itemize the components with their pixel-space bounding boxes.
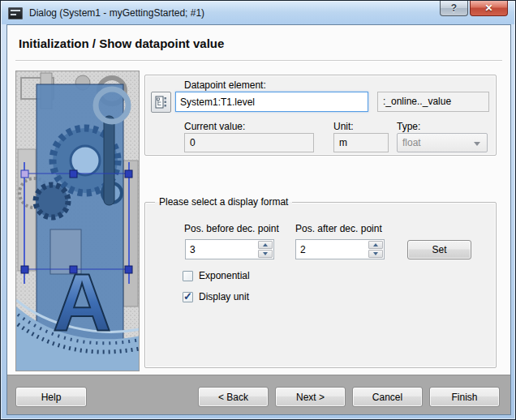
datapoint-element-label: Datapoint element: xyxy=(184,79,266,91)
type-dropdown[interactable]: float xyxy=(397,133,488,152)
spin-down-button[interactable] xyxy=(258,250,273,258)
graphic-letter: A xyxy=(53,257,111,348)
dp-tree-icon xyxy=(155,96,167,109)
close-icon: ✕ xyxy=(484,2,492,14)
spin-up-icon xyxy=(373,243,378,246)
display-unit-checkbox[interactable]: ✓ xyxy=(183,292,193,302)
datapoint-group: Datapoint element: :_online.._value Curr… xyxy=(144,75,497,156)
dialog-content: Initialization / Show datapoint value xyxy=(6,24,511,415)
question-icon: ? xyxy=(451,2,457,14)
window-title: Dialog (System1 - myGettingStarted; #1) xyxy=(29,7,204,19)
unit-field: m xyxy=(333,133,389,152)
app-icon xyxy=(8,7,23,19)
title-separator xyxy=(15,60,502,62)
pos-after-spinbox xyxy=(295,239,385,259)
current-value-field: 0 xyxy=(184,133,314,152)
type-dropdown-value: float xyxy=(402,137,421,148)
spin-up-button[interactable] xyxy=(368,241,383,249)
spin-up-icon xyxy=(263,243,268,246)
display-unit-label: Display unit xyxy=(199,291,249,302)
display-format-group-title: Please select a display format xyxy=(155,196,292,208)
spin-down-icon xyxy=(373,252,378,255)
unit-label: Unit: xyxy=(333,121,354,132)
cancel-button[interactable]: Cancel xyxy=(352,387,423,407)
spin-up-button[interactable] xyxy=(258,241,273,249)
back-button[interactable]: < Back xyxy=(198,387,269,407)
pos-before-input[interactable] xyxy=(186,240,257,259)
help-button[interactable]: Help xyxy=(15,387,87,407)
set-button[interactable]: Set xyxy=(407,240,471,259)
exponential-checkbox-row[interactable]: Exponential xyxy=(183,270,250,281)
pos-after-input[interactable] xyxy=(296,240,368,259)
wizard-graphic-frame: A xyxy=(15,71,140,371)
display-format-group: Please select a display format Pos. befo… xyxy=(144,202,497,368)
check-icon: ✓ xyxy=(183,290,192,302)
exponential-checkbox[interactable] xyxy=(183,271,193,281)
pos-before-label: Pos. before dec. point xyxy=(184,223,279,234)
pos-before-spinbox xyxy=(185,239,274,259)
help-caption-button[interactable]: ? xyxy=(440,1,468,16)
display-unit-checkbox-row[interactable]: ✓ Display unit xyxy=(183,291,249,302)
spin-down-button[interactable] xyxy=(368,250,383,258)
datapoint-attribute-field: :_online.._value xyxy=(377,92,489,112)
datapoint-element-input[interactable] xyxy=(175,92,368,112)
spin-down-icon xyxy=(263,252,268,255)
pos-after-label: Pos. after dec. point xyxy=(295,223,382,234)
close-button[interactable]: ✕ xyxy=(470,1,508,16)
type-label: Type: xyxy=(397,121,420,132)
dropdown-arrow-icon xyxy=(474,142,480,146)
current-value-label: Current value: xyxy=(184,121,245,132)
datapoint-selector-button[interactable] xyxy=(151,92,171,113)
dialog-window: Dialog (System1 - myGettingStarted; #1) … xyxy=(0,0,516,420)
footer-bar: Help < Back Next > Cancel Finish xyxy=(7,375,510,414)
exponential-label: Exponential xyxy=(199,270,250,281)
finish-button[interactable]: Finish xyxy=(429,387,500,407)
next-button[interactable]: Next > xyxy=(275,387,346,407)
wizard-graphic: A xyxy=(16,71,140,371)
title-bar[interactable]: Dialog (System1 - myGettingStarted; #1) xyxy=(2,2,514,24)
page-title: Initialization / Show datapoint value xyxy=(19,36,224,50)
